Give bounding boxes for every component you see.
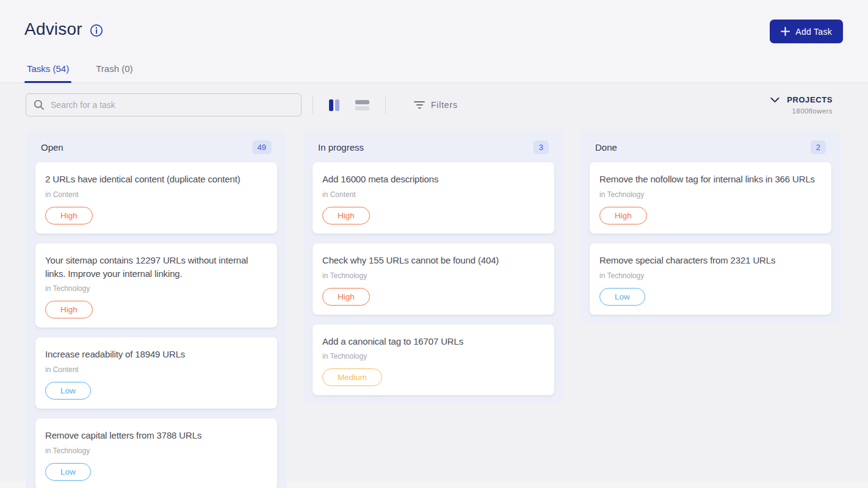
search-wrap bbox=[26, 93, 302, 117]
chevron-down-icon bbox=[770, 97, 779, 103]
projects-dropdown[interactable]: PROJECTS bbox=[770, 95, 833, 104]
selected-project-name: 1800flowers bbox=[770, 107, 833, 115]
column-title: In progress bbox=[318, 142, 364, 152]
page-title: Advisor bbox=[24, 20, 82, 39]
content-area: Filters PROJECTS 1800flowers Open 49 2 U… bbox=[0, 83, 868, 482]
priority-badge: High bbox=[45, 301, 93, 318]
plus-icon bbox=[781, 27, 790, 36]
task-card[interactable]: Remove capital letters from 3788 URLs in… bbox=[35, 418, 277, 488]
task-category: in Technology bbox=[322, 271, 544, 280]
priority-badge: High bbox=[322, 207, 370, 224]
column-header: In progress 3 bbox=[313, 131, 554, 162]
priority-badge: Medium bbox=[322, 368, 382, 386]
tab-tasks[interactable]: Tasks (54) bbox=[24, 60, 71, 82]
card-list: 2 URLs have identical content (duplicate… bbox=[35, 162, 277, 488]
kanban-view-icon[interactable] bbox=[327, 97, 342, 113]
toolbar: Filters PROJECTS 1800flowers bbox=[0, 83, 868, 117]
card-list: Remove the nofollow tag for internal lin… bbox=[590, 162, 831, 315]
card-list: Add 16000 meta descriptions in Content H… bbox=[313, 162, 554, 395]
column-count-badge: 49 bbox=[252, 140, 272, 154]
kanban-column: Done 2 Remove the nofollow tag for inter… bbox=[580, 131, 841, 323]
task-category: in Technology bbox=[322, 352, 544, 361]
list-view-icon[interactable] bbox=[353, 98, 372, 113]
priority-badge: Low bbox=[45, 382, 91, 400]
column-title: Done bbox=[595, 142, 617, 152]
column-header: Open 49 bbox=[35, 131, 277, 162]
priority-badge: High bbox=[322, 288, 370, 306]
task-title: Your sitemap contains 12297 URLs without… bbox=[45, 254, 267, 281]
task-title: Remove capital letters from 3788 URLs bbox=[45, 429, 267, 442]
divider bbox=[313, 96, 313, 114]
kanban-column: Open 49 2 URLs have identical content (d… bbox=[26, 131, 287, 488]
priority-badge: Low bbox=[599, 288, 645, 306]
task-card[interactable]: Remove the nofollow tag for internal lin… bbox=[590, 162, 831, 234]
task-category: in Content bbox=[45, 190, 267, 199]
task-category: in Technology bbox=[599, 190, 822, 199]
view-toggle bbox=[327, 97, 372, 113]
info-circle-icon[interactable] bbox=[90, 24, 103, 37]
task-title: Add a canonical tag to 16707 URLs bbox=[322, 335, 544, 348]
task-title: 2 URLs have identical content (duplicate… bbox=[45, 173, 267, 186]
task-category: in Technology bbox=[599, 271, 822, 280]
task-title: Check why 155 URLs cannot be found (404) bbox=[322, 254, 544, 267]
task-card[interactable]: Add 16000 meta descriptions in Content H… bbox=[313, 162, 554, 234]
task-category: in Content bbox=[45, 365, 267, 374]
task-category: in Content bbox=[322, 190, 544, 199]
task-card[interactable]: Increase readability of 18949 URLs in Co… bbox=[35, 337, 277, 409]
priority-badge: Low bbox=[45, 463, 91, 481]
add-task-label: Add Task bbox=[795, 27, 832, 37]
add-task-button[interactable]: Add Task bbox=[770, 20, 843, 43]
task-card[interactable]: Your sitemap contains 12297 URLs without… bbox=[35, 243, 277, 328]
filters-button[interactable]: Filters bbox=[414, 100, 458, 110]
tab-bar: Tasks (54) Trash (0) bbox=[0, 60, 868, 83]
task-card[interactable]: 2 URLs have identical content (duplicate… bbox=[35, 162, 277, 234]
task-category: in Technology bbox=[45, 447, 267, 455]
search-icon bbox=[34, 99, 45, 110]
column-count-badge: 2 bbox=[811, 140, 826, 154]
board: Open 49 2 URLs have identical content (d… bbox=[0, 131, 868, 488]
priority-badge: High bbox=[45, 207, 93, 224]
projects-selector: PROJECTS 1800flowers bbox=[770, 95, 833, 115]
task-title: Increase readability of 18949 URLs bbox=[45, 348, 267, 361]
filters-label: Filters bbox=[431, 100, 458, 110]
tab-trash[interactable]: Trash (0) bbox=[93, 60, 135, 82]
task-card[interactable]: Check why 155 URLs cannot be found (404)… bbox=[313, 243, 554, 315]
task-card[interactable]: Remove special characters from 2321 URLs… bbox=[590, 243, 831, 315]
topbar: Advisor Add Task bbox=[0, 0, 868, 43]
column-count-badge: 3 bbox=[533, 140, 549, 154]
projects-label: PROJECTS bbox=[787, 95, 833, 104]
divider bbox=[385, 96, 386, 114]
task-title: Add 16000 meta descriptions bbox=[322, 173, 544, 186]
kanban-column: In progress 3 Add 16000 meta description… bbox=[303, 131, 564, 404]
task-title: Remove special characters from 2321 URLs bbox=[599, 254, 822, 267]
priority-badge: High bbox=[599, 207, 647, 224]
task-title: Remove the nofollow tag for internal lin… bbox=[599, 173, 822, 186]
task-category: in Technology bbox=[45, 284, 267, 293]
column-title: Open bbox=[41, 142, 63, 152]
search-input[interactable] bbox=[26, 93, 302, 117]
column-header: Done 2 bbox=[590, 131, 831, 162]
task-card[interactable]: Add a canonical tag to 16707 URLs in Tec… bbox=[313, 325, 554, 396]
filter-funnel-icon bbox=[414, 101, 425, 109]
